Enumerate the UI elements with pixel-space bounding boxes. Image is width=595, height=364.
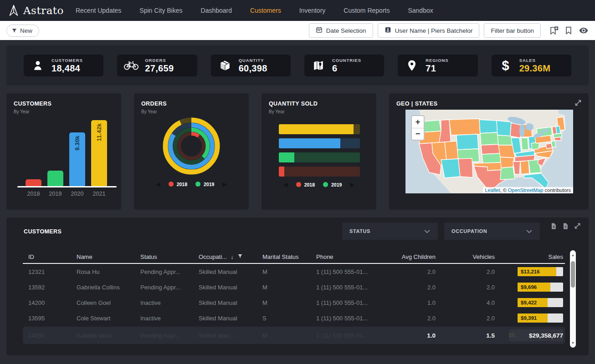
column-header-id[interactable]: ID xyxy=(23,253,77,260)
table-row[interactable]: 12321Rosa HuPending Appr...Skilled Manua… xyxy=(23,264,565,279)
nav-item-spin-city-bikes[interactable]: Spin City Bikes xyxy=(139,7,182,14)
nav-items: Recent UpdatesSpin City BikesDashboardCu… xyxy=(76,7,433,14)
eye-icon[interactable] xyxy=(579,26,589,35)
filter-funnel-icon[interactable] xyxy=(237,253,243,260)
legend-prev-icon[interactable]: ◀ xyxy=(156,181,160,187)
ghost-cell: M xyxy=(262,332,316,339)
scroll-up-icon[interactable]: ▲ xyxy=(571,253,574,257)
table-row[interactable]: 13595Cole StewartInactiveSkilled ManualS… xyxy=(23,310,565,326)
column-header-status[interactable]: Status xyxy=(140,253,199,260)
brand-name: Astrato xyxy=(23,5,64,16)
nav-item-dashboard[interactable]: Dashboard xyxy=(201,7,232,14)
column-header-occupati[interactable]: Occupati...↓ xyxy=(199,253,262,260)
legend-item-2018[interactable]: 2018 xyxy=(296,182,315,187)
quantity-bar-2020[interactable] xyxy=(279,138,360,148)
kpi-card-orders: ORDERS27,659 xyxy=(117,55,197,76)
bookmark-icon[interactable] xyxy=(564,26,573,35)
zoom-out-button[interactable]: − xyxy=(412,128,424,140)
export-excel-icon[interactable]: X xyxy=(550,222,557,230)
top-nav: Astrato Recent UpdatesSpin City BikesDas… xyxy=(0,0,595,21)
cell-id: 14200 xyxy=(23,299,77,306)
column-header-sales[interactable]: Sales xyxy=(495,253,563,260)
legend-dot xyxy=(169,182,174,187)
sort-desc-icon[interactable]: ↓ xyxy=(231,253,234,260)
bar-2021[interactable]: 11.42k xyxy=(91,120,107,186)
nav-item-recent-updates[interactable]: Recent Updates xyxy=(76,7,121,14)
total-avg-children: 1.0 xyxy=(385,332,436,339)
openstreetmap-link[interactable]: OpenStreetMap xyxy=(508,187,544,193)
ghost-cell: Pending Appr... xyxy=(140,332,199,339)
chart-legend: ◀20182019▶ xyxy=(141,181,241,187)
new-filter-button[interactable]: New xyxy=(6,25,39,37)
zoom-in-button[interactable]: + xyxy=(412,116,424,128)
scrollbar-thumb[interactable] xyxy=(571,261,575,288)
toolbar-right: Date SelectionUser Name | Piers Batchelo… xyxy=(309,23,589,38)
sales-bar: $9,696 xyxy=(518,283,563,292)
new-filter-label: New xyxy=(20,27,32,34)
quantity-bar-2018[interactable] xyxy=(279,167,360,177)
legend-item-2018[interactable]: 2018 xyxy=(169,182,187,187)
cell-avg-children: 2.0 xyxy=(385,268,436,275)
expand-icon[interactable] xyxy=(574,99,582,109)
cell-status: Inactive xyxy=(140,315,199,322)
cell-avg-children: 2.0 xyxy=(385,315,436,322)
brand-logo[interactable]: Astrato xyxy=(8,5,64,16)
cell-id: 13595 xyxy=(23,315,77,322)
table-row[interactable]: 14200Colleen GoelInactiveSkilled ManualM… xyxy=(23,295,565,310)
scroll-down-icon[interactable]: ▼ xyxy=(571,341,574,344)
ghost-cell: 1 (11) 500 555-01... xyxy=(316,332,385,339)
x-axis-line xyxy=(17,186,117,187)
filter-bar-button-button[interactable]: Filter bar button xyxy=(484,23,541,38)
legend-prev-icon[interactable]: ◀ xyxy=(283,181,288,188)
user-name-piers-batchelor-button[interactable]: User Name | Piers Batchelor xyxy=(378,23,480,38)
legend-dot xyxy=(323,182,328,187)
nav-item-sandbox[interactable]: Sandbox xyxy=(408,7,433,14)
column-header-marital-status[interactable]: Marital Status xyxy=(262,253,316,260)
status-filter-dropdown[interactable]: STATUS xyxy=(342,222,438,240)
cell-status: Pending Appr... xyxy=(140,284,199,291)
legend-next-icon[interactable]: ▶ xyxy=(222,181,227,187)
cell-phone: 1 (11) 500 555-01... xyxy=(316,284,385,291)
cell-marital-status: S xyxy=(262,315,316,322)
leaflet-map[interactable]: + − Leaflet, © OpenStreetMap contributor… xyxy=(405,110,573,193)
table-row[interactable]: 13592Gabriella CollinsPending Appr...Ski… xyxy=(23,279,565,295)
nav-item-customers[interactable]: Customers xyxy=(250,7,281,14)
sales-bar: $9,391 xyxy=(518,313,563,323)
column-label: Sales xyxy=(548,253,563,260)
column-header-phone[interactable]: Phone xyxy=(316,253,385,260)
nav-item-inventory[interactable]: Inventory xyxy=(299,7,326,14)
export-document-icon[interactable] xyxy=(562,222,569,230)
cell-phone: 1 (11) 500 555-01... xyxy=(316,299,385,306)
bar-2018[interactable] xyxy=(26,179,41,186)
quantity-bar-2021[interactable] xyxy=(279,124,360,134)
column-header-vehicles[interactable]: Vehicles xyxy=(436,253,495,260)
kpi-label: QUANTITY xyxy=(239,58,267,63)
dashboard-content: CUSTOMERS18,484ORDERS27,659QUANTITY60,39… xyxy=(0,40,595,355)
nav-item-custom-reports[interactable]: Custom Reports xyxy=(344,7,390,14)
quantity-bar-2019[interactable] xyxy=(279,152,360,162)
cell-sales: $9,696 xyxy=(495,283,563,292)
kpi-card-sales: $SALES29.36M xyxy=(492,55,571,76)
bar-2019[interactable] xyxy=(47,171,63,186)
radial-donut-chart xyxy=(161,116,221,176)
occupation-filter-dropdown[interactable]: OCCUPATION xyxy=(444,222,540,240)
cell-occupation: Skilled Manual xyxy=(199,268,262,275)
chart-legend: ◀20182019▶ xyxy=(269,181,369,188)
table-scrollbar[interactable]: ▲ ▼ xyxy=(570,250,576,348)
column-header-name[interactable]: Name xyxy=(77,253,140,260)
chart-title: QUANTITY SOLD xyxy=(269,101,369,107)
legend-next-icon[interactable]: ▶ xyxy=(350,181,354,188)
cell-phone: 1 (11) 500 555-01... xyxy=(316,268,385,275)
dropdown-label: OCCUPATION xyxy=(451,228,487,234)
bookmark-add-icon[interactable] xyxy=(549,26,559,35)
date-selection-button[interactable]: Date Selection xyxy=(309,23,373,38)
leaflet-link[interactable]: Leaflet xyxy=(485,187,500,193)
expand-icon[interactable] xyxy=(574,222,581,230)
column-header-avg-children[interactable]: Avg Children xyxy=(385,253,436,260)
bar-2020[interactable]: 9.30k xyxy=(69,132,85,186)
legend-item-2019[interactable]: 2019 xyxy=(323,182,342,187)
legend-item-2019[interactable]: 2019 xyxy=(195,182,214,187)
kpi-label: REGIONS xyxy=(426,58,448,63)
chart-subtitle: By Year xyxy=(141,109,241,114)
cell-status: Pending Appr... xyxy=(140,268,199,275)
